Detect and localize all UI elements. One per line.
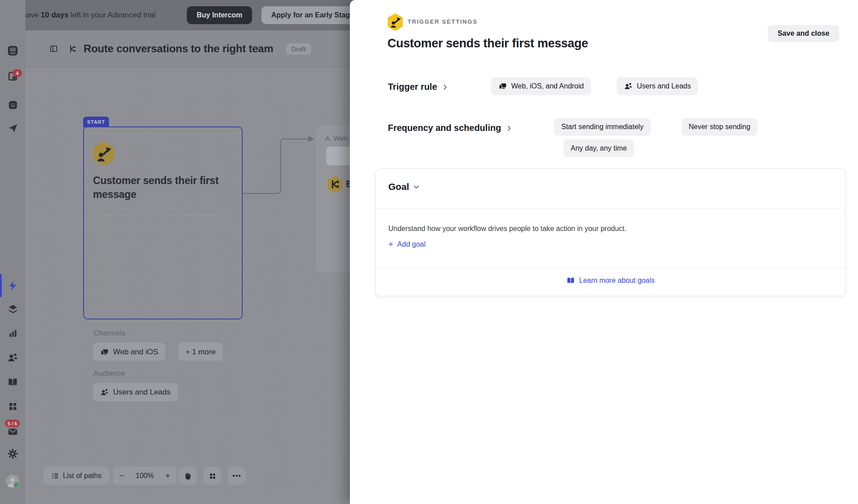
buy-intercom-button[interactable]: Buy Intercom: [187, 6, 252, 24]
devices-icon: [100, 348, 109, 357]
app-window: You have 10 days left in your Advanced t…: [0, 0, 858, 504]
sidebar-item-home[interactable]: [0, 45, 25, 57]
frequency-stop-pill[interactable]: Never stop sending: [681, 118, 757, 136]
people-icon: [100, 388, 109, 397]
branch-node-icon: [327, 175, 343, 195]
grid-icon: [209, 472, 216, 480]
apply-early-stage-button[interactable]: Apply for an Early Stag: [261, 6, 360, 24]
branch-node-message-preview: [326, 147, 350, 165]
trigger-rule-heading[interactable]: Trigger rule: [388, 82, 449, 92]
more-channels-pill[interactable]: + 1 more: [178, 343, 223, 361]
panel-kicker: TRIGGER SETTINGS: [408, 18, 478, 25]
app-sidebar: 4 5 / 6: [0, 0, 25, 504]
audience-label: Audience: [93, 369, 125, 378]
zoom-out-button[interactable]: −: [119, 471, 124, 481]
sidebar-item-knowledge[interactable]: [0, 377, 25, 388]
branch-node[interactable]: A. Welc B: [316, 126, 350, 273]
start-badge: START: [83, 117, 109, 127]
goal-section-toggle[interactable]: Goal: [388, 181, 420, 192]
channels-label: Channels: [93, 329, 126, 338]
people-icon: [624, 82, 633, 91]
goal-card: Goal Understand how your workflow drives…: [375, 168, 845, 296]
chevron-right-icon: [442, 84, 449, 91]
hand-icon: [184, 472, 192, 480]
trigger-audience-pill[interactable]: Users and Leads: [617, 77, 698, 95]
page-title: Route conversations to the right team: [84, 42, 273, 55]
workflow-branch-icon: [68, 44, 77, 54]
trigger-node[interactable]: Customer sends their first message Chann…: [83, 126, 243, 319]
panel-title: Customer sends their first message: [387, 37, 588, 50]
intercom-logo-icon: [7, 45, 19, 57]
sidebar-item-copilot[interactable]: [0, 100, 25, 110]
people-icon: [7, 352, 18, 363]
envelope-icon: [7, 426, 18, 437]
devices-icon: [498, 82, 507, 91]
grid-view-button[interactable]: [203, 467, 221, 485]
trigger-settings-panel: TRIGGER SETTINGS Customer sends their fi…: [350, 0, 858, 504]
chevron-down-icon: [413, 184, 420, 190]
sidebar-item-settings[interactable]: [0, 448, 25, 459]
status-badge: Draft: [286, 43, 311, 55]
goal-description: Understand how your workflow drives peop…: [388, 225, 627, 233]
inbox-count-badge: 4: [13, 69, 22, 77]
sidebar-item-apps[interactable]: [0, 401, 25, 412]
smiley-icon: [8, 100, 18, 110]
bar-chart-icon: [8, 328, 18, 339]
branch-node-letter: B: [346, 178, 350, 190]
sidebar-item-workflows[interactable]: [0, 303, 25, 314]
online-status-dot: [13, 482, 19, 488]
sidebar-item-outbound-messages[interactable]: [0, 426, 25, 437]
trial-banner-text: You have 10 days left in your Advanced t…: [7, 11, 156, 20]
paper-plane-icon: [8, 123, 18, 134]
apps-grid-icon: [8, 401, 18, 412]
frequency-heading[interactable]: Frequency and scheduling: [388, 123, 513, 133]
more-options-button[interactable]: •••: [228, 467, 246, 485]
zoom-level: 100%: [136, 472, 154, 480]
sidebar-item-contacts[interactable]: [0, 352, 25, 363]
goal-divider-top: [376, 208, 845, 209]
workflow-header: Route conversations to the right team Dr…: [25, 30, 350, 67]
book-icon: [566, 276, 575, 285]
gear-icon: [7, 448, 18, 459]
sidebar-item-automation-active[interactable]: [0, 280, 25, 291]
list-icon: [51, 472, 59, 480]
trigger-node-title: Customer sends their first message: [93, 174, 229, 202]
lightning-icon: [7, 280, 18, 291]
workflow-canvas: Route conversations to the right team Dr…: [25, 30, 350, 504]
branch-node-path-label: A. Welc: [325, 134, 348, 142]
pan-tool-button[interactable]: [179, 467, 197, 485]
learn-more-goals-link[interactable]: Learn more about goals: [376, 276, 845, 285]
save-and-close-button[interactable]: Save and close: [768, 25, 839, 42]
trigger-node-icon: [93, 141, 115, 168]
add-goal-button[interactable]: + Add goal: [388, 240, 425, 248]
zoom-in-button[interactable]: +: [165, 471, 170, 481]
trigger-channels-pill[interactable]: Web, iOS, and Android: [491, 77, 591, 95]
audience-pill[interactable]: Users and Leads: [93, 383, 178, 401]
channel-pill[interactable]: Web and iOS: [93, 343, 165, 361]
list-of-paths-button[interactable]: List of paths: [43, 467, 109, 485]
zoom-control: − 100% +: [113, 467, 177, 485]
sidebar-item-reports[interactable]: [0, 328, 25, 339]
user-avatar[interactable]: [6, 475, 19, 488]
trigger-settings-icon: [387, 13, 404, 33]
sidebar-item-outbound-send[interactable]: [0, 123, 25, 134]
frequency-start-pill[interactable]: Start sending immediately: [554, 118, 651, 136]
frequency-schedule-pill[interactable]: Any day, any time: [564, 139, 634, 157]
layers-icon: [8, 303, 18, 314]
sidebar-toggle-icon[interactable]: [49, 44, 58, 53]
book-icon: [7, 377, 18, 388]
goal-divider-bottom: [376, 268, 845, 268]
chevron-right-icon: [505, 125, 513, 132]
node-divider: [93, 215, 225, 215]
plus-icon: +: [388, 241, 393, 248]
